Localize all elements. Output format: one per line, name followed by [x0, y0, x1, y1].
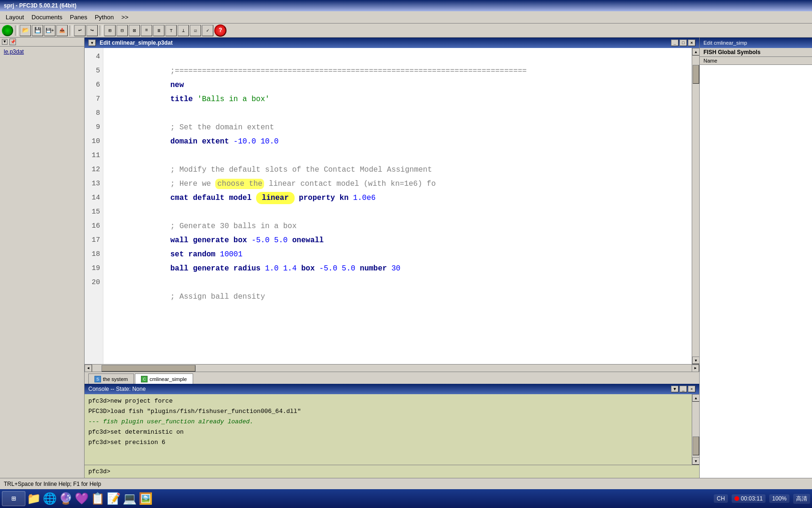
code-content[interactable]: ;=======================================… — [103, 48, 692, 364]
tool-b8[interactable]: ☑ — [190, 25, 201, 36]
recording-indicator: 00:03:11 — [732, 494, 766, 503]
code-line-13: cmat default model linear property kn 1.… — [107, 177, 688, 191]
menu-more[interactable]: >> — [117, 13, 132, 22]
taskbar-icon-ie[interactable]: 🌐 — [42, 491, 57, 506]
vscroll-thumb[interactable] — [693, 65, 699, 84]
name-column-label: Name — [703, 58, 717, 64]
console-vscroll-track[interactable] — [692, 402, 699, 457]
tool-b7[interactable]: ⊥ — [178, 25, 189, 36]
line-num-7: 7 — [85, 92, 103, 106]
line-num-12: 12 — [85, 163, 103, 177]
start-icon: ⊞ — [11, 494, 16, 503]
taskbar-icon-clipboard[interactable]: 📋 — [90, 491, 105, 506]
undo-button[interactable]: ↩ — [74, 25, 86, 36]
console-vscroll-up[interactable]: ▲ — [692, 394, 699, 402]
editor-minimize[interactable]: _ — [671, 40, 679, 46]
line-num-10: 10 — [85, 135, 103, 149]
code-line-19 — [107, 262, 688, 276]
fish-global-symbols-label: FISH Global Symbols — [703, 49, 760, 56]
console-scroll-area: pfc3d>new project force PFC3D>load fish … — [85, 394, 699, 465]
line-num-13: 13 — [85, 177, 103, 191]
vscroll-down[interactable]: ▼ — [692, 357, 699, 364]
status-bar: TRL+Space for Inline Help; F1 for Help — [0, 478, 812, 489]
editor-tabs: S the system C cmlinear_simple — [85, 372, 699, 384]
hscroll-thumb[interactable] — [102, 365, 195, 372]
console-dropdown[interactable]: ▼ — [671, 386, 679, 392]
quality-text: 高清 — [796, 495, 807, 503]
tool-b9[interactable]: ✓ — [202, 25, 213, 36]
console-close[interactable]: × — [688, 386, 695, 392]
menu-documents[interactable]: Documents — [28, 13, 66, 22]
console-input-line[interactable]: pfc3d> — [85, 465, 699, 478]
open-button[interactable]: 📂 — [20, 25, 31, 36]
taskbar-icon-cmd[interactable]: 💻 — [122, 491, 137, 506]
lang-indicator[interactable]: CH — [714, 494, 727, 503]
titlebar-dropdown[interactable]: ▼ — [88, 40, 96, 46]
export-button[interactable]: 📤 — [56, 25, 68, 36]
code-line-20: ; Assign ball density — [107, 276, 688, 290]
console-line-5: pfc3d>set precision 6 — [88, 437, 688, 448]
quality-indicator[interactable]: 高清 — [793, 494, 810, 504]
tab-icon-cmlinear: C — [141, 376, 148, 382]
taskbar-icon-word[interactable]: 📝 — [106, 491, 121, 506]
tool-b4[interactable]: ≡ — [141, 25, 152, 36]
right-panel-titlebar: Edit cmlinear_simp — [700, 38, 812, 48]
run-button[interactable] — [2, 25, 13, 36]
hscroll-left[interactable]: ◄ — [85, 365, 92, 372]
code-line-11: ; Modify the default slots of the Contac… — [107, 149, 688, 163]
editor-vscroll: ▲ ▼ — [692, 48, 699, 364]
right-panel-title: Edit cmlinear_simp — [703, 40, 747, 46]
rec-dot-icon — [734, 496, 739, 501]
console-vscroll-thumb[interactable] — [693, 437, 699, 455]
hscroll-right[interactable]: ► — [692, 365, 699, 372]
taskbar-icon-photo[interactable]: 🖼️ — [138, 491, 153, 506]
console-vscroll-down[interactable]: ▼ — [692, 457, 699, 465]
vscroll-track[interactable] — [692, 56, 699, 357]
code-line-16: wall generate box -5.0 5.0 onewall — [107, 219, 688, 233]
tab-the-system[interactable]: S the system — [88, 373, 134, 384]
zoom-indicator[interactable]: 100% — [769, 494, 789, 503]
tool-b6[interactable]: ⊤ — [165, 25, 177, 36]
redo-button[interactable]: ↪ — [86, 25, 98, 36]
console-minimize[interactable]: _ — [679, 386, 687, 392]
tool-b2[interactable]: ⊟ — [117, 25, 128, 36]
tab-cmlinear[interactable]: C cmlinear_simple — [135, 373, 193, 384]
line-num-15: 15 — [85, 205, 103, 219]
taskbar-icon-purple1[interactable]: 🔮 — [58, 491, 73, 506]
menu-python[interactable]: Python — [91, 13, 117, 22]
toolbar-separator-3 — [100, 25, 102, 36]
editor-container: ▼ Edit cmlinear_simple.p3dat _ □ × 4 5 6… — [85, 38, 699, 478]
toolbar: 📂 💾 💾+ 📤 ↩ ↪ ⊞ ⊟ ⊠ ≡ ≣ ⊤ ⊥ ☑ ✓ ? — [0, 24, 812, 38]
taskbar-icon-folder[interactable]: 📁 — [26, 491, 41, 506]
right-panel-header: FISH Global Symbols — [700, 48, 812, 57]
taskbar-icon-purple2[interactable]: 💜 — [74, 491, 89, 506]
saveas-button[interactable]: 💾+ — [44, 25, 55, 36]
sidebar-arrow[interactable]: ▼ — [2, 39, 8, 45]
editor-close[interactable]: × — [688, 40, 695, 46]
tool-b5[interactable]: ≣ — [153, 25, 164, 36]
console-input[interactable] — [112, 468, 695, 475]
tool-b1[interactable]: ⊞ — [104, 25, 116, 36]
tab-icon-system: S — [94, 376, 101, 382]
zoom-level: 100% — [772, 495, 787, 502]
console-line-3: --- fish plugin user_function already lo… — [88, 417, 688, 427]
hscroll-track[interactable] — [92, 365, 692, 372]
status-text: TRL+Space for Inline Help; F1 for Help — [4, 481, 101, 487]
title-bar: sprj - PFC3D 5.00.21 (64bit) — [0, 0, 812, 11]
sidebar-pin[interactable]: 📌 — [9, 39, 16, 45]
save-button[interactable]: 💾 — [32, 25, 43, 36]
start-button[interactable]: ⊞ — [2, 491, 25, 506]
tool-b3[interactable]: ⊠ — [129, 25, 140, 36]
editor-maximize[interactable]: □ — [679, 40, 687, 46]
menu-layout[interactable]: Layout — [2, 13, 28, 22]
console-container: Console -- State: None ▼ _ × pfc3d>new p… — [85, 384, 699, 478]
sidebar-file[interactable]: le.p3dat — [0, 47, 84, 57]
tab-label-cmlinear: cmlinear_simple — [149, 376, 187, 382]
line-num-9: 9 — [85, 120, 103, 135]
menu-panes[interactable]: Panes — [66, 13, 91, 22]
help-button[interactable]: ? — [214, 24, 226, 37]
code-line-9: domain extent -10.0 10.0 — [107, 120, 688, 135]
code-editor[interactable]: 4 5 6 7 8 9 10 11 12 13 14 15 16 17 — [85, 48, 692, 364]
line-num-20: 20 — [85, 276, 103, 290]
vscroll-up[interactable]: ▲ — [692, 48, 699, 56]
